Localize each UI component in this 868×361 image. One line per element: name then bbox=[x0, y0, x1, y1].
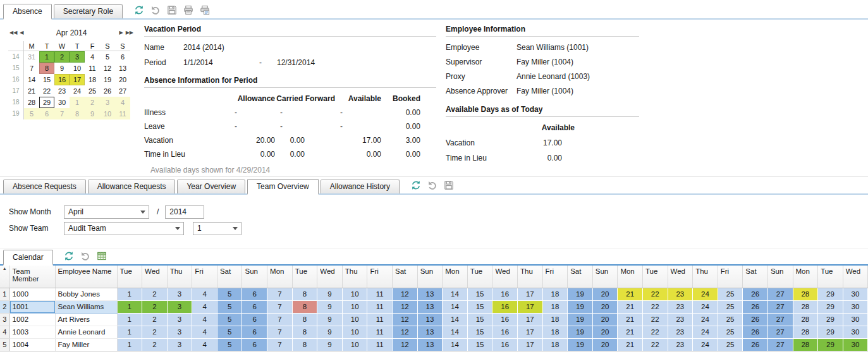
calendar-day[interactable]: 21 bbox=[24, 85, 39, 97]
day-cell[interactable]: 10 bbox=[342, 313, 367, 326]
day-cell[interactable]: 26 bbox=[743, 288, 768, 300]
calendar-day[interactable]: 25 bbox=[85, 85, 100, 97]
column-header-day-5[interactable]: Sat bbox=[217, 266, 242, 288]
day-cell[interactable]: 2 bbox=[142, 313, 168, 326]
day-cell[interactable]: 19 bbox=[568, 313, 593, 326]
day-cell[interactable]: 7 bbox=[267, 313, 293, 326]
employee-name-cell[interactable]: Fay Miller bbox=[55, 338, 117, 351]
day-cell[interactable]: 17 bbox=[518, 326, 543, 338]
day-cell[interactable]: 16 bbox=[492, 338, 518, 351]
day-cell[interactable]: 25 bbox=[718, 313, 743, 326]
day-cell[interactable]: 24 bbox=[693, 338, 718, 351]
column-header-day-19[interactable]: Sat bbox=[568, 266, 593, 288]
day-cell[interactable]: 28 bbox=[793, 313, 818, 326]
day-cell[interactable]: 15 bbox=[467, 326, 492, 338]
calendar-day[interactable]: 16 bbox=[54, 74, 70, 85]
day-cell[interactable]: 27 bbox=[767, 338, 793, 351]
calendar-day[interactable]: 2 bbox=[54, 51, 70, 63]
day-cell[interactable]: 2 bbox=[142, 326, 168, 338]
day-cell[interactable]: 27 bbox=[767, 313, 793, 326]
day-cell[interactable]: 10 bbox=[342, 338, 367, 351]
day-cell[interactable]: 9 bbox=[317, 300, 343, 313]
day-cell[interactable]: 17 bbox=[518, 288, 543, 300]
day-cell[interactable]: 7 bbox=[267, 326, 293, 338]
row-number[interactable]: 2 bbox=[0, 300, 9, 313]
column-header-day-2[interactable]: Wed bbox=[142, 266, 168, 288]
day-cell[interactable]: 13 bbox=[417, 326, 443, 338]
column-header-day-20[interactable]: Sun bbox=[592, 266, 618, 288]
day-cell[interactable]: 26 bbox=[743, 300, 768, 313]
day-cell[interactable]: 12 bbox=[393, 313, 418, 326]
column-header-day-4[interactable]: Fri bbox=[192, 266, 217, 288]
day-cell[interactable]: 18 bbox=[542, 288, 568, 300]
day-cell[interactable]: 22 bbox=[642, 326, 668, 338]
calendar-day[interactable]: 11 bbox=[85, 63, 100, 74]
day-cell[interactable]: 7 bbox=[267, 300, 293, 313]
day-cell[interactable]: 17 bbox=[518, 313, 543, 326]
day-cell[interactable]: 8 bbox=[292, 338, 317, 351]
day-cell[interactable]: 5 bbox=[217, 338, 242, 351]
calendar-day[interactable]: 9 bbox=[85, 108, 100, 119]
team-member-cell[interactable]: 1000 bbox=[9, 288, 55, 300]
column-header-day-21[interactable]: Mon bbox=[618, 266, 643, 288]
employee-name-cell[interactable]: Art Rivers bbox=[55, 313, 117, 326]
calendar-day[interactable]: 4 bbox=[115, 97, 130, 108]
tab-secretary-role[interactable]: Secretary Role bbox=[54, 4, 123, 18]
day-cell[interactable]: 1 bbox=[117, 313, 142, 326]
day-cell[interactable]: 12 bbox=[393, 326, 418, 338]
calendar-day[interactable]: 7 bbox=[24, 63, 39, 74]
day-cell[interactable]: 25 bbox=[718, 338, 743, 351]
column-header-day-18[interactable]: Fri bbox=[542, 266, 568, 288]
month-select[interactable]: April bbox=[64, 205, 149, 219]
row-number[interactable]: 5 bbox=[0, 338, 9, 351]
row-number[interactable]: 4 bbox=[0, 326, 9, 338]
day-cell[interactable]: 5 bbox=[217, 300, 242, 313]
day-cell[interactable]: 5 bbox=[217, 326, 242, 338]
day-cell[interactable]: 13 bbox=[417, 300, 443, 313]
column-header-day-25[interactable]: Fri bbox=[718, 266, 743, 288]
day-cell[interactable]: 6 bbox=[242, 338, 267, 351]
column-header-day-23[interactable]: Wed bbox=[668, 266, 693, 288]
tab-absence[interactable]: Absence bbox=[3, 4, 52, 20]
tab-year-overview[interactable]: Year Overview bbox=[177, 180, 245, 193]
calendar-day[interactable]: 12 bbox=[100, 63, 115, 74]
day-cell[interactable]: 12 bbox=[393, 288, 418, 300]
calendar-day[interactable]: 18 bbox=[85, 74, 100, 85]
day-cell[interactable]: 16 bbox=[492, 326, 518, 338]
team-member-cell[interactable]: 1001 bbox=[9, 300, 55, 313]
column-header-day-8[interactable]: Tue bbox=[292, 266, 317, 288]
calendar-day[interactable]: 6 bbox=[115, 51, 130, 63]
day-cell[interactable]: 20 bbox=[592, 313, 618, 326]
day-cell[interactable]: 29 bbox=[818, 313, 843, 326]
day-cell[interactable]: 26 bbox=[743, 313, 768, 326]
calendar-day[interactable]: 15 bbox=[39, 74, 54, 85]
calendar-day[interactable]: 17 bbox=[70, 74, 85, 85]
day-cell[interactable]: 30 bbox=[843, 288, 868, 300]
undo-icon[interactable] bbox=[80, 250, 91, 261]
day-cell[interactable]: 1 bbox=[117, 326, 142, 338]
day-cell[interactable]: 8 bbox=[292, 326, 317, 338]
day-cell[interactable]: 23 bbox=[668, 288, 693, 300]
print-export-icon[interactable] bbox=[199, 4, 210, 15]
team-member-cell[interactable]: 1002 bbox=[9, 313, 55, 326]
refresh-icon[interactable] bbox=[410, 180, 421, 190]
calendar-day[interactable]: 26 bbox=[100, 85, 115, 97]
column-header-day-29[interactable]: Tue bbox=[818, 266, 843, 288]
team-number-select[interactable]: 1 bbox=[193, 222, 241, 235]
day-cell[interactable]: 29 bbox=[818, 300, 843, 313]
day-cell[interactable]: 26 bbox=[743, 338, 768, 351]
day-cell[interactable]: 11 bbox=[367, 288, 393, 300]
day-cell[interactable]: 20 bbox=[592, 338, 618, 351]
calendar-day[interactable]: 27 bbox=[115, 85, 130, 97]
calendar-fast-next-button[interactable]: ▶▶ bbox=[125, 28, 135, 38]
calendar-next-button[interactable]: ▶ bbox=[118, 28, 125, 38]
column-header-day-6[interactable]: Sun bbox=[242, 266, 267, 288]
column-header-day-28[interactable]: Mon bbox=[793, 266, 818, 288]
day-cell[interactable]: 22 bbox=[642, 338, 668, 351]
day-cell[interactable]: 28 bbox=[793, 300, 818, 313]
calendar-day[interactable]: 24 bbox=[70, 85, 85, 97]
day-cell[interactable]: 5 bbox=[217, 288, 242, 300]
day-cell[interactable]: 30 bbox=[843, 338, 868, 351]
day-cell[interactable]: 8 bbox=[292, 288, 317, 300]
day-cell[interactable]: 18 bbox=[542, 338, 568, 351]
